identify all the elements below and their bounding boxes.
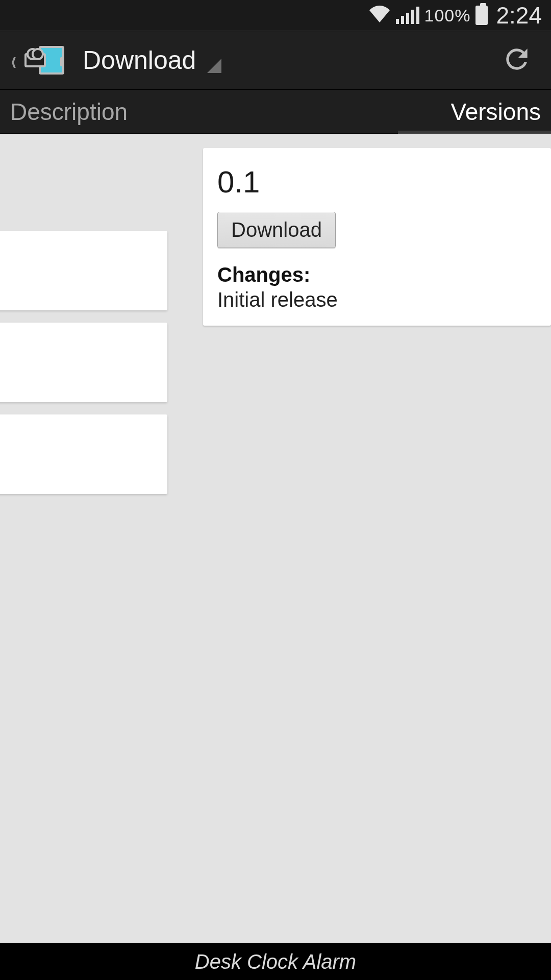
link-card[interactable]: o/DeskClockAlarm/ [0, 231, 167, 310]
spinner-triangle-icon [207, 59, 221, 73]
download-button[interactable]: Download [217, 212, 336, 248]
refresh-button[interactable] [493, 35, 541, 85]
status-bar: 100% 2:24 [0, 0, 551, 31]
versions-panel: 0.1 Download Changes: Initial release [203, 148, 551, 326]
battery-percent: 100% [424, 6, 471, 26]
refresh-icon [501, 43, 533, 75]
tab-versions-label: Versions [451, 98, 541, 126]
back-button[interactable]: ‹ [5, 39, 68, 81]
footer-bar: Desk Clock Alarm [0, 943, 551, 980]
link-card[interactable]: o/DeskClockAlarm [0, 323, 167, 402]
actionbar-title: Download [83, 45, 196, 75]
version-card: 0.1 Download Changes: Initial release [203, 148, 551, 326]
tab-description-label: Description [10, 98, 128, 126]
description-panel: stock Desk Clock. o/DeskClockAlarm/ o/De… [0, 134, 179, 506]
xposed-logo-icon [24, 45, 64, 76]
tab-bar: Description Versions [0, 90, 551, 134]
actionbar-spinner[interactable]: Download [83, 45, 493, 75]
wifi-icon [368, 4, 391, 27]
content-viewport[interactable]: stock Desk Clock. o/DeskClockAlarm/ o/De… [0, 134, 551, 943]
tab-description[interactable]: Description [10, 90, 153, 133]
changes-body: Initial release [217, 288, 537, 311]
tab-versions[interactable]: Versions [398, 90, 541, 133]
module-name: Desk Clock Alarm [195, 950, 356, 973]
description-text: stock Desk Clock. [0, 149, 167, 231]
version-number: 0.1 [217, 164, 537, 200]
link-card[interactable]: e/674 [0, 414, 167, 494]
action-bar: ‹ Download [0, 31, 551, 90]
battery-icon [475, 6, 488, 25]
chevron-left-icon: ‹ [11, 44, 16, 76]
cellular-signal-icon [396, 7, 419, 24]
status-clock: 2:24 [496, 2, 542, 29]
changes-label: Changes: [217, 263, 537, 286]
